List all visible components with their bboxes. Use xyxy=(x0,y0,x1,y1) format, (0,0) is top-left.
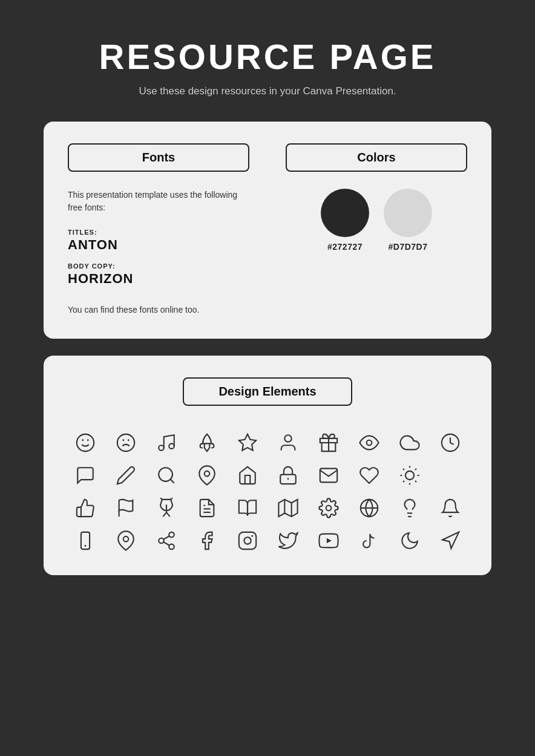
phone-icon xyxy=(68,530,102,551)
gift-icon xyxy=(311,432,346,453)
svg-marker-8 xyxy=(238,434,255,451)
youtube-icon xyxy=(311,530,346,551)
settings-icon xyxy=(311,498,346,518)
svg-line-26 xyxy=(402,481,404,482)
color-circle-light xyxy=(384,189,432,237)
page-subtitle: Use these design resources in your Canva… xyxy=(139,85,396,97)
bell-icon xyxy=(433,498,467,518)
music-icon xyxy=(149,432,183,453)
search-icon xyxy=(149,465,183,486)
fonts-note: You can find these fonts online too. xyxy=(68,305,249,314)
fonts-colors-card: Fonts This presentation template uses th… xyxy=(44,122,491,339)
svg-marker-35 xyxy=(278,500,297,516)
svg-line-22 xyxy=(402,469,404,470)
moon-icon xyxy=(392,530,427,551)
svg-point-9 xyxy=(284,435,291,442)
instagram-icon xyxy=(230,530,264,551)
color-swatch-light: #D7D7D7 xyxy=(384,189,432,252)
colors-badge: Colors xyxy=(286,143,467,172)
color-circle-dark xyxy=(321,189,369,237)
color-swatch-dark: #272727 xyxy=(321,189,369,252)
star-icon xyxy=(230,432,264,453)
mail-icon xyxy=(311,465,346,486)
svg-line-27 xyxy=(415,469,416,470)
svg-point-7 xyxy=(169,443,174,449)
pencil-icon xyxy=(108,465,143,486)
svg-line-31 xyxy=(171,498,172,500)
share-icon xyxy=(149,530,183,551)
fonts-badge: Fonts xyxy=(68,143,249,172)
flag-icon xyxy=(108,498,143,518)
page-title: RESOURCE PAGE xyxy=(99,36,436,77)
color-label-light: #D7D7D7 xyxy=(389,242,428,252)
book-icon xyxy=(230,498,264,518)
twitter-icon xyxy=(271,530,305,551)
svg-point-48 xyxy=(169,544,174,550)
colors-section: Colors #272727 #D7D7D7 xyxy=(268,143,467,314)
fonts-section: Fonts This presentation template uses th… xyxy=(68,143,268,314)
svg-line-30 xyxy=(160,498,162,500)
body-font: HORIZON xyxy=(68,271,249,287)
svg-point-19 xyxy=(405,471,413,480)
cloud-icon xyxy=(392,432,427,453)
titles-font: ANTON xyxy=(68,237,249,253)
svg-line-15 xyxy=(170,480,174,483)
user-icon xyxy=(271,432,305,453)
sad-icon xyxy=(108,432,143,453)
map-icon xyxy=(271,498,305,518)
svg-line-23 xyxy=(415,481,416,482)
svg-point-3 xyxy=(117,434,134,451)
svg-rect-43 xyxy=(80,532,89,549)
design-elements-card: Design Elements xyxy=(44,356,491,575)
svg-line-50 xyxy=(163,536,169,539)
svg-point-46 xyxy=(169,532,174,538)
svg-point-38 xyxy=(326,506,331,511)
tiktok-icon xyxy=(352,530,386,551)
megaphone-icon xyxy=(433,530,467,551)
svg-point-14 xyxy=(159,468,172,481)
lock-icon xyxy=(271,465,305,486)
location-icon xyxy=(108,530,143,551)
svg-point-0 xyxy=(76,434,93,451)
clock-icon xyxy=(433,432,467,453)
thumbsup-icon xyxy=(68,498,102,518)
eye-icon xyxy=(352,432,386,453)
lightbulb-icon xyxy=(392,498,427,518)
svg-marker-53 xyxy=(326,538,331,544)
chat-icon xyxy=(68,465,102,486)
document-icon xyxy=(189,498,224,518)
svg-rect-51 xyxy=(238,532,255,549)
globe-icon xyxy=(352,498,386,518)
smile-icon xyxy=(68,432,102,453)
svg-point-47 xyxy=(159,538,164,544)
facebook-icon xyxy=(189,530,224,551)
trophy-icon xyxy=(149,498,183,518)
titles-label: TITLES: xyxy=(68,229,249,236)
heart-icon xyxy=(352,465,386,486)
svg-point-6 xyxy=(159,445,164,451)
svg-point-45 xyxy=(123,536,128,542)
body-label: BODY COPY: xyxy=(68,262,249,270)
home-icon xyxy=(230,465,264,486)
sun-icon xyxy=(392,465,427,486)
color-swatches: #272727 #D7D7D7 xyxy=(286,189,467,252)
rocket-icon xyxy=(189,432,224,453)
svg-point-16 xyxy=(204,471,209,477)
svg-line-49 xyxy=(163,542,169,546)
icons-grid xyxy=(68,432,467,551)
fonts-intro: This presentation template uses the foll… xyxy=(68,189,249,214)
pin-icon xyxy=(189,465,224,486)
svg-point-12 xyxy=(366,440,372,446)
design-elements-badge: Design Elements xyxy=(183,377,352,406)
color-label-dark: #272727 xyxy=(327,242,363,252)
